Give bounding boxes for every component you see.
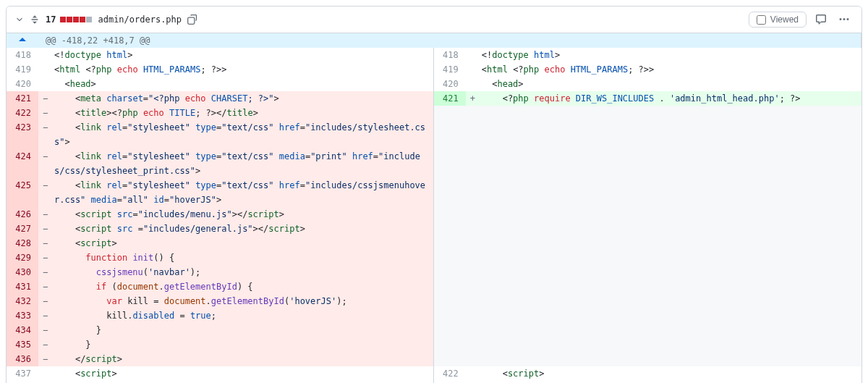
line-number-right[interactable]: 420 (434, 77, 466, 91)
diffstat-block (86, 17, 92, 22)
line-number-left[interactable]: 431 (7, 279, 38, 294)
diff-row: 429− function init() { (7, 251, 861, 265)
empty-gutter (434, 207, 466, 222)
expand-up-icon[interactable] (7, 33, 38, 48)
diff-row: 426− <script src="includes/menu.js"></sc… (7, 207, 861, 222)
empty-code (466, 294, 861, 308)
comment-icon[interactable] (812, 11, 830, 28)
diff-row: 434− } (7, 323, 861, 337)
line-number-left[interactable]: 434 (7, 323, 38, 337)
line-number-right[interactable]: 421 (434, 91, 466, 106)
diff-row: 427− <script src ="includes/general.js">… (7, 222, 861, 236)
diff-row: 432− var kill = document.getElementById(… (7, 294, 861, 308)
code-left-del: − } (38, 337, 434, 352)
empty-gutter (434, 149, 466, 178)
empty-gutter (434, 178, 466, 207)
line-number-right[interactable]: 418 (434, 48, 466, 62)
empty-code (466, 149, 861, 178)
line-number-left[interactable]: 430 (7, 265, 38, 279)
line-number-left[interactable]: 418 (7, 48, 38, 62)
empty-gutter (434, 251, 466, 265)
code-left-del: − </script> (38, 352, 434, 366)
diffstat-block (73, 17, 79, 22)
diffstat-block (67, 17, 72, 22)
line-number-left[interactable]: 425 (7, 178, 38, 207)
line-number-right[interactable]: 422 (434, 366, 466, 381)
line-number-left[interactable]: 436 (7, 352, 38, 366)
line-number-right[interactable]: 419 (434, 62, 466, 77)
code-right: <html <?php echo HTML_PARAMS; ?>> (466, 62, 861, 77)
empty-gutter (434, 106, 466, 120)
diff-file: 17 admin/orders.php Viewed @@ -418, (6, 6, 862, 383)
code-left-del: − <link rel="stylesheet" type="text/css"… (38, 149, 434, 178)
empty-gutter (434, 222, 466, 236)
empty-gutter (434, 265, 466, 279)
code-left-del: − <title><?php echo TITLE; ?></title> (38, 106, 434, 120)
empty-gutter (434, 323, 466, 337)
diff-row: 418<!doctype html>418<!doctype html> (7, 48, 861, 62)
code-left-del: − <script src ="includes/general.js"></s… (38, 222, 434, 236)
code-right: <head> (466, 77, 861, 91)
file-menu-icon[interactable] (835, 11, 853, 28)
empty-code (466, 352, 861, 366)
diff-row: 424− <link rel="stylesheet" type="text/c… (7, 149, 861, 178)
empty-code (466, 337, 861, 352)
viewed-checkbox[interactable] (757, 15, 766, 25)
empty-code (466, 265, 861, 279)
viewed-label: Viewed (770, 14, 799, 25)
file-header: 17 admin/orders.php Viewed (7, 7, 861, 33)
code-left-del: − } (38, 323, 434, 337)
collapse-toggle[interactable] (15, 15, 24, 24)
diff-row: 423− <link rel="stylesheet" type="text/c… (7, 120, 861, 149)
code-right: <script> (466, 366, 861, 381)
diff-row: 419<html <?php echo HTML_PARAMS; ?>>419<… (7, 62, 861, 77)
code-left: <script> (38, 366, 434, 381)
viewed-toggle[interactable]: Viewed (749, 12, 807, 28)
code-left-del: − if (document.getElementById) { (38, 279, 434, 294)
empty-code (466, 236, 861, 251)
empty-code (466, 308, 861, 323)
code-left-del: − <link rel="stylesheet" type="text/css"… (38, 178, 434, 207)
empty-gutter (434, 337, 466, 352)
diff-row: 436− </script> (7, 352, 861, 366)
empty-gutter (434, 308, 466, 323)
line-number-left[interactable]: 424 (7, 149, 38, 178)
line-number-left[interactable]: 435 (7, 337, 38, 352)
line-number-left[interactable]: 432 (7, 294, 38, 308)
code-left-del: − kill.disabled = true; (38, 308, 434, 323)
empty-gutter (434, 236, 466, 251)
empty-code (466, 120, 861, 149)
line-number-left[interactable]: 433 (7, 308, 38, 323)
line-number-left[interactable]: 427 (7, 222, 38, 236)
empty-gutter (434, 352, 466, 366)
code-left-del: − <script> (38, 236, 434, 251)
file-path[interactable]: admin/orders.php (98, 14, 182, 25)
diff-row: 428− <script> (7, 236, 861, 251)
code-left-del: − <link rel="stylesheet" type="text/css"… (38, 120, 434, 149)
line-number-left[interactable]: 423 (7, 120, 38, 149)
empty-gutter (434, 120, 466, 149)
expand-all-icon[interactable] (30, 14, 40, 25)
line-number-left[interactable]: 426 (7, 207, 38, 222)
code-left-del: − var kill = document.getElementById('ho… (38, 294, 434, 308)
line-number-left[interactable]: 429 (7, 251, 38, 265)
line-number-left[interactable]: 422 (7, 106, 38, 120)
line-number-left[interactable]: 419 (7, 62, 38, 77)
code-right: <!doctype html> (466, 48, 861, 62)
diff-row: 433− kill.disabled = true; (7, 308, 861, 323)
empty-code (466, 178, 861, 207)
line-number-left[interactable]: 421 (7, 91, 38, 106)
code-left-del: − function init() { (38, 251, 434, 265)
diff-row: 421− <meta charset="<?php echo CHARSET; … (7, 91, 861, 106)
code-left: <head> (38, 77, 434, 91)
code-left-del: − cssjsmenu('navbar'); (38, 265, 434, 279)
empty-code (466, 279, 861, 294)
copy-path-icon[interactable] (187, 14, 197, 25)
code-left-del: − <meta charset="<?php echo CHARSET; ?>"… (38, 91, 434, 106)
empty-code (466, 106, 861, 120)
line-number-left[interactable]: 437 (7, 366, 38, 381)
line-number-left[interactable]: 428 (7, 236, 38, 251)
diffstat: 17 (46, 14, 92, 25)
line-number-left[interactable]: 420 (7, 77, 38, 91)
empty-code (466, 323, 861, 337)
